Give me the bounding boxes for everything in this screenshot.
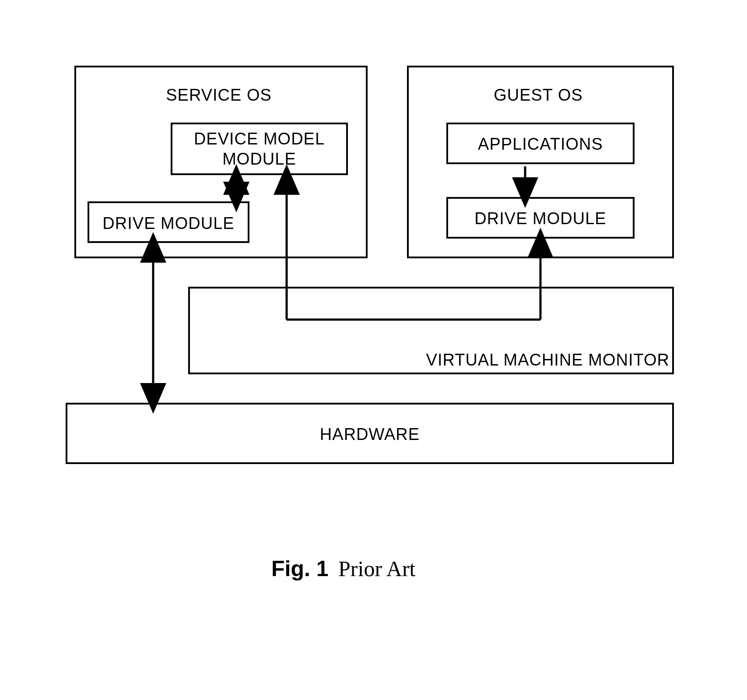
figure-number: Fig. 1 [271,556,329,581]
applications-label: APPLICATIONS [446,134,635,155]
guest-drive-label: DRIVE MODULE [446,209,635,229]
prior-art-label: Prior Art [338,556,415,581]
vmm-label: VIRTUAL MACHINE MONITOR [407,350,670,370]
service-os-title: SERVICE OS [149,85,289,106]
hardware-label: HARDWARE [66,425,674,445]
figure-caption: Fig. 1 Prior Art [271,556,415,581]
guest-os-title: GUEST OS [473,85,604,106]
device-model-label: DEVICE MODEL MODULE [171,129,348,169]
service-drive-label: DRIVE MODULE [88,214,249,234]
